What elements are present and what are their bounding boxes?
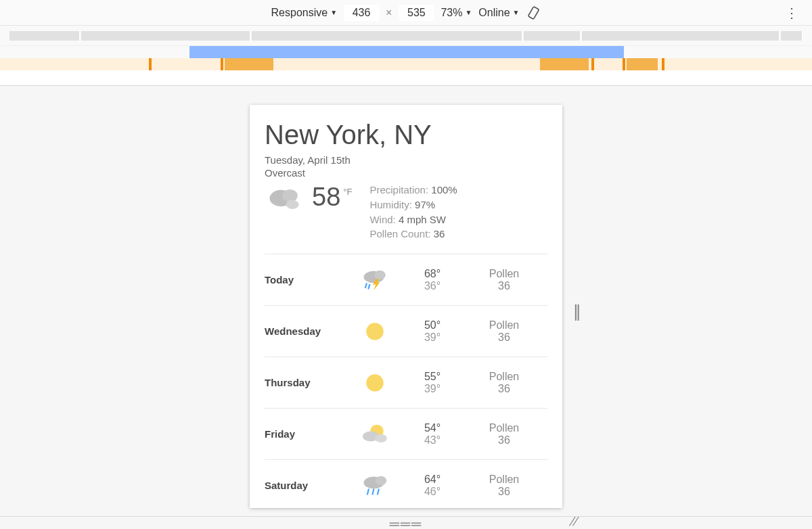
forecast-pollen-label: Pollen xyxy=(461,474,547,486)
forecast-high: 54° xyxy=(404,422,461,434)
forecast-temps: 55°39° xyxy=(404,371,461,395)
forecast-row: Thursday55°39°Pollen36 xyxy=(265,356,547,408)
weather-details: Precipitation: 100% Humidity: 97% Wind: … xyxy=(369,183,457,242)
current-temp-value: 58 xyxy=(312,183,340,212)
forecast-pollen-value: 36 xyxy=(498,434,510,446)
rotate-icon[interactable] xyxy=(526,5,541,20)
svg-line-17 xyxy=(372,488,374,495)
date-text: Tuesday, April 15th xyxy=(265,154,547,166)
forecast-pollen: Pollen36 xyxy=(461,319,547,344)
forecast-row: Saturday64°46°Pollen36 xyxy=(265,459,547,508)
forecast-pollen-value: 36 xyxy=(498,486,510,497)
svg-line-18 xyxy=(378,488,379,495)
device-viewport-area: New York, NY Tuesday, April 15th Overcas… xyxy=(0,86,812,517)
forecast-pollen: Pollen36 xyxy=(461,371,547,395)
chevron-down-icon: ▼ xyxy=(513,9,520,16)
media-query-bar-maxwidth[interactable] xyxy=(0,46,812,58)
resize-handle-southeast[interactable]: // xyxy=(568,515,580,529)
chevron-down-icon: ▼ xyxy=(465,9,472,16)
forecast-row: Friday54°43°Pollen36 xyxy=(265,408,547,459)
svg-point-5 xyxy=(374,270,386,279)
humidity-value: 97% xyxy=(415,199,435,210)
forecast-low: 46° xyxy=(404,486,461,498)
overcast-icon xyxy=(265,183,305,216)
condition-text: Overcast xyxy=(265,167,547,179)
svg-rect-0 xyxy=(528,6,539,19)
forecast-temps: 68°36° xyxy=(404,268,461,292)
kebab-menu-icon[interactable]: ⋮ xyxy=(785,6,798,20)
svg-line-7 xyxy=(365,283,367,288)
svg-point-3 xyxy=(286,200,299,209)
precip-value: 100% xyxy=(431,184,457,196)
device-toolbar: Responsive ▼ × 73% ▼ Online ▼ ⋮ xyxy=(0,0,812,26)
forecast-pollen-label: Pollen xyxy=(461,422,547,434)
device-select[interactable]: Responsive ▼ xyxy=(271,7,338,19)
zoom-select[interactable]: 73% ▼ xyxy=(441,7,472,19)
forecast-temps: 54°43° xyxy=(404,422,461,446)
forecast-row: Wednesday50°39°Pollen36 xyxy=(265,305,547,356)
forecast-high: 64° xyxy=(404,474,461,486)
device-select-label: Responsive xyxy=(271,7,328,19)
forecast-day: Saturday xyxy=(265,480,346,491)
forecast-low: 39° xyxy=(404,331,461,344)
forecast-day: Friday xyxy=(265,428,346,440)
forecast-low: 43° xyxy=(404,434,461,446)
forecast-pollen-value: 36 xyxy=(498,331,510,343)
pollen-label: Pollen Count: xyxy=(369,228,430,239)
forecast-day: Wednesday xyxy=(265,325,346,337)
svg-line-8 xyxy=(368,284,369,290)
partly-icon xyxy=(346,421,404,448)
svg-line-16 xyxy=(367,488,369,495)
forecast-pollen-value: 36 xyxy=(498,383,510,394)
forecast-pollen-label: Pollen xyxy=(461,371,547,383)
forecast-pollen-value: 36 xyxy=(498,280,510,292)
forecast-high: 55° xyxy=(404,371,461,383)
svg-point-15 xyxy=(376,476,387,485)
rain-icon xyxy=(346,472,404,499)
temp-unit: °F xyxy=(343,187,352,197)
thunderstorm-icon xyxy=(346,267,404,294)
forecast-pollen-label: Pollen xyxy=(461,268,547,280)
forecast-low: 39° xyxy=(404,383,461,395)
svg-point-10 xyxy=(366,374,384,392)
height-input[interactable] xyxy=(399,5,434,21)
forecast-high: 50° xyxy=(404,319,461,331)
device-frame: New York, NY Tuesday, April 15th Overcas… xyxy=(250,105,562,508)
forecast-temps: 64°46° xyxy=(404,474,461,498)
chevron-down-icon: ▼ xyxy=(330,9,337,16)
humidity-label: Humidity: xyxy=(369,199,412,210)
resize-handle-east[interactable]: || xyxy=(573,300,579,321)
forecast-pollen-label: Pollen xyxy=(461,319,547,331)
forecast-day: Today xyxy=(265,274,346,285)
sunny-icon xyxy=(346,369,404,396)
media-query-bar-minwidth[interactable] xyxy=(0,58,812,70)
dimension-separator: × xyxy=(386,7,392,19)
forecast-high: 68° xyxy=(404,268,461,280)
width-input[interactable] xyxy=(344,5,379,21)
svg-point-13 xyxy=(375,434,387,442)
network-label: Online xyxy=(478,7,510,19)
ruler-ticks xyxy=(0,26,812,46)
resize-handle-south[interactable]: ═══ xyxy=(390,516,423,529)
zoom-label: 73% xyxy=(441,7,462,19)
city-name: New York, NY xyxy=(265,120,547,150)
forecast-row: Today68°36°Pollen36 xyxy=(265,254,547,305)
forecast-pollen: Pollen36 xyxy=(461,474,547,498)
precip-label: Precipitation: xyxy=(369,184,428,196)
forecast-pollen: Pollen36 xyxy=(461,268,547,292)
forecast-low: 36° xyxy=(404,280,461,292)
forecast-day: Thursday xyxy=(265,377,346,388)
forecast-pollen: Pollen36 xyxy=(461,422,547,446)
forecast-temps: 50°39° xyxy=(404,319,461,344)
wind-label: Wind: xyxy=(369,214,395,225)
wind-value: 4 mph SW xyxy=(399,214,446,225)
forecast-list: Today68°36°Pollen36Wednesday50°39°Pollen… xyxy=(265,254,547,508)
sunny-icon xyxy=(346,318,404,345)
weather-card: New York, NY Tuesday, April 15th Overcas… xyxy=(250,105,562,508)
network-select[interactable]: Online ▼ xyxy=(478,7,519,19)
svg-point-9 xyxy=(366,323,384,340)
current-temp: 58 °F xyxy=(312,183,352,212)
pollen-value: 36 xyxy=(434,228,445,239)
svg-point-2 xyxy=(282,189,298,202)
